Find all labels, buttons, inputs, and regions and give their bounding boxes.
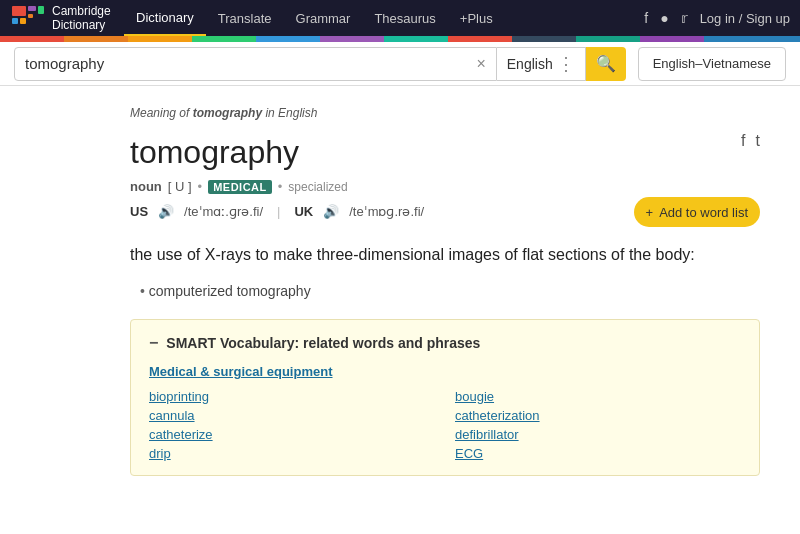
svg-rect-3	[20, 18, 26, 24]
nav-right: f ● 𝕣 Log in / Sign up	[644, 10, 790, 26]
vocab-word-grid: bioprinting bougie cannula catheterizati…	[149, 389, 741, 461]
word-title: tomography	[130, 134, 760, 171]
uk-speaker-icon: 🔊	[323, 204, 339, 219]
add-icon: +	[646, 205, 654, 220]
instagram-nav-icon[interactable]: ●	[660, 10, 668, 26]
smart-vocab-header[interactable]: − SMART Vocabulary: related words and ph…	[149, 334, 741, 352]
meta-dot-1: •	[198, 179, 203, 194]
vocab-word-bougie[interactable]: bougie	[455, 389, 741, 404]
language-selector[interactable]: English ⋮	[497, 47, 586, 81]
cambridge-logo	[10, 4, 46, 32]
examples-list: computerized tomography	[130, 283, 760, 299]
nav-thesaurus[interactable]: Thesaurus	[362, 0, 447, 36]
search-icon: 🔍	[596, 54, 616, 73]
search-button[interactable]: 🔍	[586, 47, 626, 81]
grammar-label: [ U ]	[168, 179, 192, 194]
svg-rect-5	[38, 6, 44, 14]
example-item: computerized tomography	[140, 283, 760, 299]
vocab-word-cannula[interactable]: cannula	[149, 408, 435, 423]
svg-rect-2	[12, 18, 18, 24]
nav-links: Dictionary Translate Grammar Thesaurus +…	[124, 0, 640, 36]
us-audio-button[interactable]: 🔊	[158, 204, 174, 219]
share-facebook-icon[interactable]: f	[741, 132, 745, 150]
add-list-label: Add to word list	[659, 205, 748, 220]
logo-area[interactable]: Cambridge Dictionary	[10, 4, 112, 33]
login-button[interactable]: Log in / Sign up	[700, 11, 790, 26]
vocab-word-bioprinting[interactable]: bioprinting	[149, 389, 435, 404]
meta-dot-2: •	[278, 179, 283, 194]
us-speaker-icon: 🔊	[158, 204, 174, 219]
pronunciation-separator: |	[277, 204, 280, 219]
vocab-word-drip[interactable]: drip	[149, 446, 435, 461]
vocab-category-link[interactable]: Medical & surgical equipment	[149, 364, 741, 379]
us-label: US	[130, 204, 148, 219]
facebook-nav-icon[interactable]: f	[644, 10, 648, 26]
uk-ipa: /teˈmɒɡ.rə.fi/	[349, 204, 424, 219]
logo-text: Cambridge Dictionary	[52, 4, 112, 33]
translation-toggle-button[interactable]: English–Vietnamese	[638, 47, 786, 81]
svg-rect-6	[28, 14, 33, 18]
vocab-word-catheterize[interactable]: catheterize	[149, 427, 435, 442]
uk-label: UK	[294, 204, 313, 219]
nav-plus[interactable]: +Plus	[448, 0, 505, 36]
smart-vocab-title: SMART Vocabulary: related words and phra…	[166, 335, 480, 351]
vocab-word-defibrillator[interactable]: defibrillator	[455, 427, 741, 442]
vocab-word-catheterization[interactable]: catheterization	[455, 408, 741, 423]
search-input[interactable]	[25, 55, 470, 72]
share-twitter-icon[interactable]: t	[756, 132, 760, 150]
search-bar: × English ⋮ 🔍 English–Vietnamese	[0, 42, 800, 86]
breadcrumb-word: tomography	[193, 106, 262, 120]
breadcrumb-prefix: Meaning of	[130, 106, 193, 120]
twitter-nav-icon[interactable]: 𝕣	[681, 10, 688, 26]
definition: the use of X-rays to make three-dimensio…	[130, 243, 760, 267]
social-share: f t	[741, 132, 760, 150]
language-label: English	[507, 56, 553, 72]
vocab-word-ecg[interactable]: ECG	[455, 446, 741, 461]
svg-rect-1	[12, 6, 26, 16]
breadcrumb: Meaning of tomography in English	[130, 106, 760, 120]
nav-dictionary[interactable]: Dictionary	[124, 0, 206, 36]
smart-vocab-section: − SMART Vocabulary: related words and ph…	[130, 319, 760, 476]
uk-audio-button[interactable]: 🔊	[323, 204, 339, 219]
clear-search-button[interactable]: ×	[476, 56, 485, 72]
svg-rect-4	[28, 6, 36, 11]
example-link[interactable]: computerized tomography	[149, 283, 311, 299]
collapse-icon: −	[149, 334, 158, 352]
part-of-speech: noun	[130, 179, 162, 194]
search-input-wrapper: ×	[14, 47, 497, 81]
main-content: Meaning of tomography in English f t tom…	[0, 86, 800, 496]
subject-badge: MEDICAL	[208, 180, 272, 194]
us-ipa: /teˈmɑː.ɡrə.fi/	[184, 204, 263, 219]
nav-bar: Cambridge Dictionary Dictionary Translat…	[0, 0, 800, 36]
nav-grammar[interactable]: Grammar	[284, 0, 363, 36]
nav-translate[interactable]: Translate	[206, 0, 284, 36]
language-options-icon[interactable]: ⋮	[557, 53, 575, 75]
breadcrumb-suffix: in English	[262, 106, 317, 120]
add-to-list-button[interactable]: + Add to word list	[634, 197, 760, 227]
specialized-label: specialized	[288, 180, 347, 194]
word-meta: noun [ U ] • MEDICAL • specialized	[130, 179, 760, 194]
